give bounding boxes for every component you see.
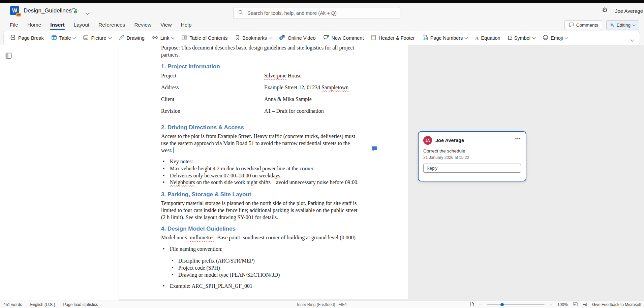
tab-review[interactable]: Review xyxy=(134,22,151,28)
word-app-icon[interactable]: W DF xyxy=(10,6,19,15)
table-cell-label: Client xyxy=(161,96,264,107)
zoom-out-button[interactable]: − xyxy=(479,302,482,307)
page-numbers-icon xyxy=(422,35,428,41)
ribbon-item-table[interactable]: Table xyxy=(51,35,76,41)
fit-label[interactable]: Fit xyxy=(583,302,587,307)
list-item: • Neighbours on the south side work nigh… xyxy=(161,179,365,186)
table-cell-value: A1 – Draft for coordination xyxy=(264,107,324,119)
search-input[interactable] xyxy=(247,10,390,16)
comments-button-label: Comments xyxy=(576,23,598,28)
fit-icon[interactable] xyxy=(573,302,578,307)
tab-insert[interactable]: Insert xyxy=(50,22,64,28)
ribbon-item-symbol[interactable]: Ω Symbol xyxy=(508,35,535,41)
ribbon-item-header-footer[interactable]: Header & Footer xyxy=(371,35,415,41)
top-black-strip xyxy=(0,0,644,3)
status-bar: 451 words English (U.S.) Page load stati… xyxy=(0,301,644,308)
misspelled-word: millimetres xyxy=(190,235,214,240)
document-page[interactable]: Purpose: This document describes basic d… xyxy=(119,45,408,299)
title-dropdown-chevron-icon[interactable] xyxy=(86,9,89,15)
chevron-down-icon xyxy=(565,36,568,39)
editing-button-label: Editing xyxy=(617,23,631,28)
comment-more-menu-icon[interactable]: ••• xyxy=(515,137,521,141)
ribbon-tabs: File Home Insert Layout References Revie… xyxy=(10,19,191,31)
heading-parking-storage: 3. Parking, Storage & Site Layout xyxy=(161,191,365,198)
ribbon-label: Picture xyxy=(91,35,106,41)
ribbon-label: Symbol xyxy=(514,35,530,41)
settings-gear-icon[interactable]: ⚙ xyxy=(602,6,608,13)
ribbon-item-new-comment[interactable]: New Comment xyxy=(323,35,364,41)
ribbon-item-picture[interactable]: Picture xyxy=(83,35,111,41)
tab-home[interactable]: Home xyxy=(27,22,41,28)
search-box[interactable] xyxy=(233,7,400,19)
chevron-down-icon xyxy=(269,36,272,39)
ribbon-label: Bookmarks xyxy=(242,35,267,41)
drawing-pen-icon xyxy=(119,35,124,41)
ribbon-item-link[interactable]: Link xyxy=(152,35,174,41)
ribbon-item-equation[interactable]: π Equation xyxy=(475,35,500,41)
comments-button[interactable]: Comments xyxy=(564,20,602,30)
table-of-contents-icon xyxy=(181,35,187,41)
tab-view[interactable]: View xyxy=(160,22,172,28)
example-bullet: • Example: ARC_SPH_PLAN_GF_001 xyxy=(161,283,365,290)
bullet-icon: • xyxy=(163,158,170,165)
table-row: Address Example Street 12, 01234 Samplet… xyxy=(161,84,365,96)
ribbon-item-emoji[interactable]: Emoji xyxy=(543,35,568,41)
paragraph-line: (2 h limit). See site layout drawing SY-… xyxy=(161,214,365,221)
feedback-link[interactable]: Give Feedback to Microsoft xyxy=(592,302,641,307)
menu-bar: File Home Insert Layout References Revie… xyxy=(0,19,644,31)
ribbon-item-bookmarks[interactable]: Bookmarks xyxy=(235,35,272,41)
zoom-percent[interactable]: 100% xyxy=(557,302,568,307)
zoom-slider[interactable] xyxy=(487,304,545,305)
link-icon xyxy=(152,35,158,41)
list-item: • Project code (SPH) xyxy=(161,264,365,271)
header-footer-icon xyxy=(371,35,376,41)
tab-help[interactable]: Help xyxy=(181,22,192,28)
page-view-icon[interactable] xyxy=(470,302,474,308)
document-title[interactable]: Design_Guidelines xyxy=(24,7,72,14)
paragraph-line: Temporary material storage is planned on… xyxy=(161,200,365,207)
table-cell-label: Address xyxy=(161,84,264,96)
bookmark-icon xyxy=(235,35,240,41)
paragraph-line: west. xyxy=(161,147,365,154)
account-user-name[interactable]: Joe Average xyxy=(615,8,643,14)
paragraph-line: Access to the plot is from Example Stree… xyxy=(161,133,365,140)
ribbon-label: Drawing xyxy=(127,35,145,41)
heading-driving-directions: 2. Driving Directions & Access xyxy=(161,124,365,131)
ribbon-collapse-chevron-icon[interactable] xyxy=(631,36,634,42)
table-row: Revision A1 – Draft for coordination xyxy=(161,107,365,119)
document-content: Purpose: This document describes basic d… xyxy=(161,44,365,290)
pencil-icon: ✎ xyxy=(610,23,614,28)
misspelled-word: Sampletown xyxy=(321,84,348,90)
ribbon-item-page-numbers[interactable]: Page Numbers xyxy=(422,35,468,41)
app-chrome: W DF Design_Guidelines ⚙ Joe Average Fil… xyxy=(0,3,644,45)
key-notes-list: • Key notes: • Max vehicle height 4.2 m … xyxy=(161,158,365,186)
comment-reply-input[interactable] xyxy=(423,164,521,173)
title-bar: W DF Design_Guidelines ⚙ Joe Average xyxy=(0,3,644,19)
model-units-paragraph: Model units: millimetres. Base point: so… xyxy=(161,234,365,241)
margin-comment-indicator-icon[interactable] xyxy=(371,146,378,153)
picture-icon xyxy=(83,35,89,41)
ribbon-label: Header & Footer xyxy=(378,35,415,41)
list-item: • Key notes: xyxy=(161,158,365,165)
ribbon-item-drawing[interactable]: Drawing xyxy=(119,35,145,41)
list-item: • Deliveries only between 07:00–18:00 on… xyxy=(161,172,365,179)
comment-card[interactable]: JA Joe Average ••• Correct the schedule … xyxy=(418,131,526,181)
tab-references[interactable]: References xyxy=(98,22,125,28)
status-right: − + 100% Fit Give Feedback to Microsoft xyxy=(470,301,641,308)
ribbon-item-table-of-contents[interactable]: Table of Contents xyxy=(181,35,227,41)
bullet-icon: • xyxy=(163,179,170,186)
zoom-in-button[interactable]: + xyxy=(550,302,552,307)
new-comment-icon xyxy=(323,35,329,41)
zoom-slider-knob[interactable] xyxy=(500,303,504,306)
bullet-icon: • xyxy=(163,283,170,290)
tab-file[interactable]: File xyxy=(10,22,18,28)
navigation-pane-toggle-icon[interactable] xyxy=(5,53,12,60)
table-cell-label: Revision xyxy=(161,107,264,119)
ribbon-item-page-break[interactable]: Page Break xyxy=(10,35,44,41)
ribbon-label: Table xyxy=(59,35,71,41)
ribbon-item-online-video[interactable]: Online Video xyxy=(279,35,316,41)
misspelled-word: Neighbours xyxy=(170,179,195,185)
editing-mode-button[interactable]: ✎ Editing xyxy=(606,20,639,30)
tab-layout[interactable]: Layout xyxy=(74,22,90,28)
insert-ribbon: Page Break Table Picture Drawing Link xyxy=(3,31,640,45)
